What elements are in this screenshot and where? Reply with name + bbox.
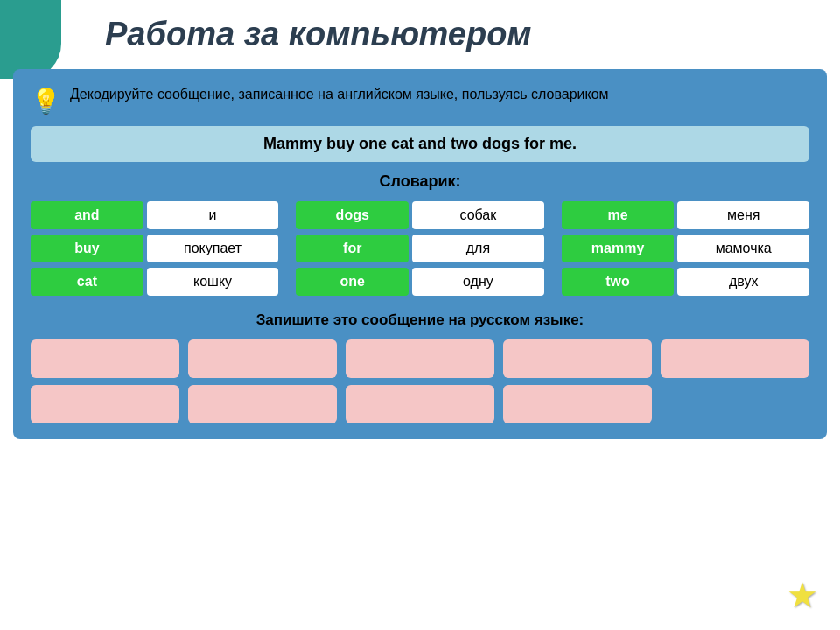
answer-row-1 — [31, 340, 809, 378]
dict-column-3: me меня mammy мамочка two двух — [562, 201, 809, 296]
answer-input-5[interactable] — [661, 340, 809, 378]
page: Работа за компьютером 💡 Декодируйте сооб… — [0, 0, 840, 630]
dict-ru: одну — [412, 268, 544, 296]
dict-pair: buy покупает — [31, 234, 278, 262]
answer-input-2[interactable] — [188, 340, 337, 378]
answer-input-6[interactable] — [31, 385, 179, 424]
dict-en: mammy — [562, 234, 675, 262]
header-accent — [0, 0, 61, 79]
dict-ru: мамочка — [677, 234, 809, 262]
dict-en: two — [562, 268, 675, 296]
dict-pair: two двух — [562, 268, 809, 296]
answer-row-2 — [31, 385, 809, 424]
answer-input-4[interactable] — [503, 340, 652, 378]
answer-input-7[interactable] — [188, 385, 337, 424]
dict-en: and — [31, 201, 144, 229]
star-button[interactable]: ★ — [787, 578, 818, 612]
dict-pair: mammy мамочка — [562, 234, 809, 262]
page-title: Работа за компьютером — [105, 16, 531, 53]
dict-ru: меня — [677, 201, 809, 229]
dict-pair: for для — [296, 234, 543, 262]
main-wrapper: 💡 Декодируйте сообщение, записанное на а… — [0, 69, 840, 630]
answer-input-3[interactable] — [346, 340, 494, 378]
instruction-row: 💡 Декодируйте сообщение, записанное на а… — [31, 85, 809, 116]
bulb-icon: 💡 — [31, 87, 61, 116]
dict-en: for — [296, 234, 409, 262]
dictionary-grid: and и buy покупает cat кошку dogs — [31, 201, 809, 296]
dict-ru: и — [147, 201, 279, 229]
dict-en: buy — [31, 234, 144, 262]
dict-en: me — [562, 201, 675, 229]
sentence-box: Mammy buy one cat and two dogs for me. — [31, 126, 809, 162]
dict-ru: для — [412, 234, 544, 262]
answer-input-8[interactable] — [346, 385, 494, 424]
dictionary-label: Словарик: — [31, 172, 809, 191]
dict-column-1: and и buy покупает cat кошку — [31, 201, 278, 296]
dict-en: cat — [31, 268, 144, 296]
dict-column-2: dogs собак for для one одну — [296, 201, 543, 296]
dict-ru: кошку — [147, 268, 279, 296]
dict-pair: dogs собак — [296, 201, 543, 229]
dict-pair: me меня — [562, 201, 809, 229]
instruction-text: Декодируйте сообщение, записанное на анг… — [70, 85, 609, 104]
dict-pair: and и — [31, 201, 278, 229]
dict-ru: покупает — [147, 234, 279, 262]
dict-en: dogs — [296, 201, 409, 229]
answer-input-9[interactable] — [503, 385, 652, 424]
dict-ru: собак — [412, 201, 544, 229]
answer-input-1[interactable] — [31, 340, 179, 378]
main-content: 💡 Декодируйте сообщение, записанное на а… — [13, 69, 827, 439]
sentence-text: Mammy buy one cat and two dogs for me. — [263, 135, 577, 152]
dict-ru: двух — [677, 268, 809, 296]
answer-label: Запишите это сообщение на русском языке: — [31, 312, 809, 329]
header: Работа за компьютером — [0, 0, 840, 69]
dict-en: one — [296, 268, 409, 296]
answer-section — [31, 340, 809, 424]
dict-pair: one одну — [296, 268, 543, 296]
dict-pair: cat кошку — [31, 268, 278, 296]
